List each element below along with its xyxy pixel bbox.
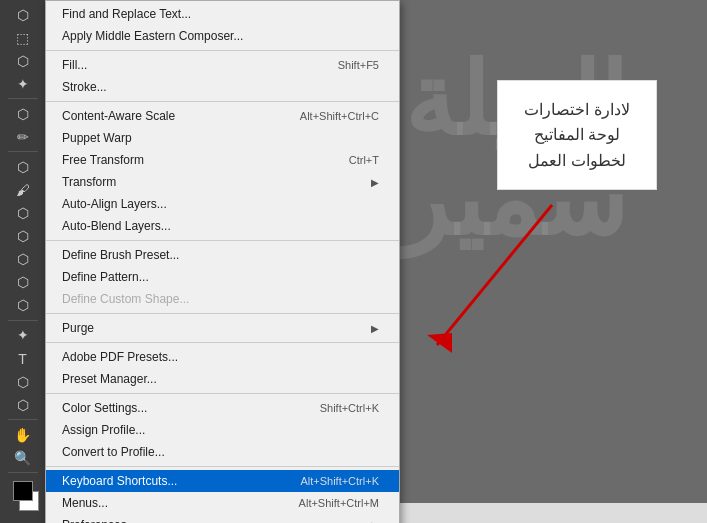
tool-divider-4 [8, 419, 38, 420]
menu-item-convert-to-profile-[interactable]: Convert to Profile... [46, 441, 399, 463]
tool-lasso[interactable]: ⬡ [10, 50, 36, 71]
menu-item-label: Transform [62, 175, 116, 189]
menu-shortcut: Alt+Shift+Ctrl+K [300, 475, 379, 487]
menu-item-apply-middle-eastern-composer-[interactable]: Apply Middle Eastern Composer... [46, 25, 399, 47]
tool-eraser[interactable]: ⬡ [10, 249, 36, 270]
tool-history-brush[interactable]: ⬡ [10, 226, 36, 247]
menu-item-label: Define Custom Shape... [62, 292, 189, 306]
menu-separator-5 [46, 101, 399, 102]
menu-item-label: Stroke... [62, 80, 107, 94]
tool-shape[interactable]: ⬡ [10, 394, 36, 415]
menu-item-label: Auto-Align Layers... [62, 197, 167, 211]
menu-item-fill-[interactable]: Fill...Shift+F5 [46, 54, 399, 76]
menu-item-label: Preferences [62, 518, 127, 523]
menu-separator-18 [46, 342, 399, 343]
menu-item-preferences[interactable]: Preferences▶ [46, 514, 399, 523]
menu-item-menus-[interactable]: Menus...Alt+Shift+Ctrl+M [46, 492, 399, 514]
menu-item-define-brush-preset-[interactable]: Define Brush Preset... [46, 244, 399, 266]
svg-marker-1 [427, 333, 452, 353]
menu-item-define-pattern-[interactable]: Define Pattern... [46, 266, 399, 288]
menu-item-color-settings-[interactable]: Color Settings...Shift+Ctrl+K [46, 397, 399, 419]
menu-separator-16 [46, 313, 399, 314]
menu-shortcut: Ctrl+T [349, 154, 379, 166]
toolbar-left: ⬡ ⬚ ⬡ ✦ ⬡ ✏ ⬡ 🖌 ⬡ ⬡ ⬡ ⬡ ⬡ ✦ T ⬡ ⬡ ✋ 🔍 [0, 0, 45, 523]
menu-shortcut: Shift+Ctrl+K [320, 402, 379, 414]
tool-path[interactable]: ⬡ [10, 371, 36, 392]
menu-item-auto-blend-layers-[interactable]: Auto-Blend Layers... [46, 215, 399, 237]
tool-move[interactable]: ⬡ [10, 4, 36, 25]
tool-divider-1 [8, 98, 38, 99]
menu-item-label: Define Brush Preset... [62, 248, 179, 262]
tool-divider-2 [8, 151, 38, 152]
info-text: لادارة اختصارات لوحة المفاتيح لخطوات الع… [524, 97, 629, 174]
tool-gradient[interactable]: ⬡ [10, 272, 36, 293]
menu-item-keyboard-shortcuts-[interactable]: Keyboard Shortcuts...Alt+Shift+Ctrl+K [46, 470, 399, 492]
menu-item-puppet-warp[interactable]: Puppet Warp [46, 127, 399, 149]
menu-item-label: Define Pattern... [62, 270, 149, 284]
menu-item-label: Apply Middle Eastern Composer... [62, 29, 243, 43]
dropdown-menu: Find and Replace Text...Apply Middle Eas… [45, 0, 400, 523]
menu-item-preset-manager-[interactable]: Preset Manager... [46, 368, 399, 390]
menu-submenu-arrow: ▶ [371, 520, 379, 524]
menu-item-define-custom-shape-: Define Custom Shape... [46, 288, 399, 310]
tool-magic-wand[interactable]: ✦ [10, 73, 36, 94]
tool-crop[interactable]: ⬡ [10, 103, 36, 124]
color-boxes [13, 481, 33, 523]
menu-item-label: Preset Manager... [62, 372, 157, 386]
menu-item-label: Convert to Profile... [62, 445, 165, 459]
menu-item-label: Adobe PDF Presets... [62, 350, 178, 364]
menu-item-stroke-[interactable]: Stroke... [46, 76, 399, 98]
info-box: لادارة اختصارات لوحة المفاتيح لخطوات الع… [497, 80, 657, 190]
tool-brush[interactable]: 🖌 [10, 179, 36, 200]
menu-separator-2 [46, 50, 399, 51]
menu-submenu-arrow: ▶ [371, 177, 379, 188]
menu-item-label: Find and Replace Text... [62, 7, 191, 21]
menu-submenu-arrow: ▶ [371, 323, 379, 334]
tool-divider-5 [8, 472, 38, 473]
tool-select[interactable]: ⬚ [10, 27, 36, 48]
menu-shortcut: Alt+Shift+Ctrl+C [300, 110, 379, 122]
tool-zoom[interactable]: 🔍 [10, 447, 36, 468]
tool-clone[interactable]: ⬡ [10, 203, 36, 224]
tool-text[interactable]: T [10, 348, 36, 369]
menu-item-label: Fill... [62, 58, 87, 72]
menu-item-free-transform[interactable]: Free TransformCtrl+T [46, 149, 399, 171]
menu-shortcut: Shift+F5 [338, 59, 379, 71]
menu-item-transform[interactable]: Transform▶ [46, 171, 399, 193]
tool-heal[interactable]: ⬡ [10, 156, 36, 177]
menu-item-label: Assign Profile... [62, 423, 145, 437]
menu-item-assign-profile-[interactable]: Assign Profile... [46, 419, 399, 441]
menu-item-label: Menus... [62, 496, 108, 510]
tool-divider-3 [8, 320, 38, 321]
menu-shortcut: Alt+Shift+Ctrl+M [299, 497, 379, 509]
menu-item-label: Auto-Blend Layers... [62, 219, 171, 233]
menu-item-label: Puppet Warp [62, 131, 132, 145]
menu-item-auto-align-layers-[interactable]: Auto-Align Layers... [46, 193, 399, 215]
tool-pen[interactable]: ✦ [10, 325, 36, 346]
menu-item-label: Purge [62, 321, 94, 335]
menu-item-content-aware-scale[interactable]: Content-Aware ScaleAlt+Shift+Ctrl+C [46, 105, 399, 127]
menu-item-label: Content-Aware Scale [62, 109, 175, 123]
menu-item-label: Keyboard Shortcuts... [62, 474, 177, 488]
menu-item-purge[interactable]: Purge▶ [46, 317, 399, 339]
tool-eyedropper[interactable]: ✏ [10, 126, 36, 147]
menu-separator-21 [46, 393, 399, 394]
menu-item-label: Color Settings... [62, 401, 147, 415]
tool-hand[interactable]: ✋ [10, 424, 36, 445]
menu-item-adobe-pdf-presets-[interactable]: Adobe PDF Presets... [46, 346, 399, 368]
menu-item-label: Free Transform [62, 153, 144, 167]
menu-separator-25 [46, 466, 399, 467]
menu-separator-12 [46, 240, 399, 241]
tool-dodge[interactable]: ⬡ [10, 295, 36, 316]
menu-item-find-and-replace-text-[interactable]: Find and Replace Text... [46, 3, 399, 25]
foreground-color[interactable] [13, 481, 33, 501]
